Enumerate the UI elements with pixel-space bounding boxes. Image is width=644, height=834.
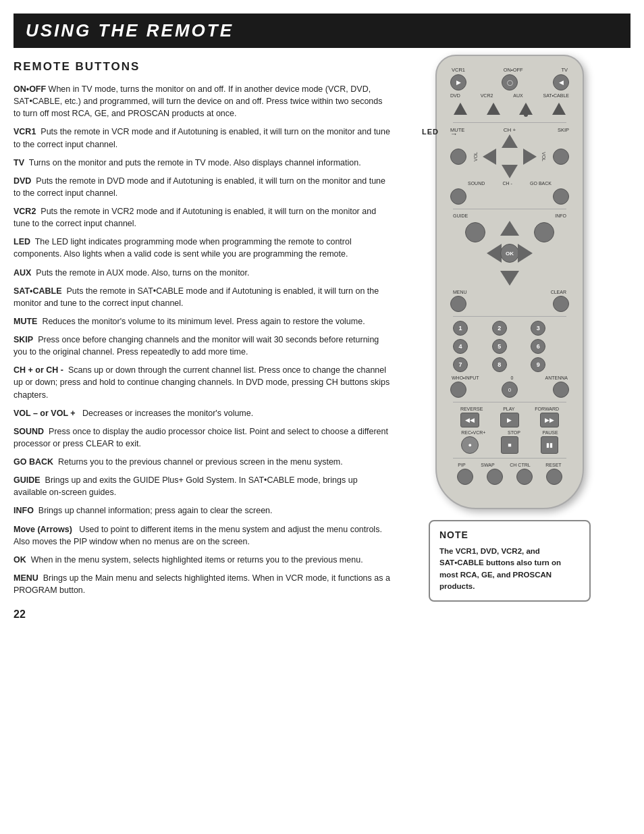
desc-go-back: GO BACK Returns you to the previous chan… (14, 456, 392, 468)
nav-right-button[interactable] (518, 244, 533, 263)
rec-vcr-label: REC•VCR+ (461, 430, 485, 435)
note-box: NOTE The VCR1, DVD, VCR2, and SAT•CABLE … (429, 520, 591, 602)
reset-button[interactable] (546, 469, 562, 485)
desc-vcr1: VCR1 Puts the remote in VCR mode and if … (14, 126, 392, 150)
desc-sound: SOUND Press once to display the audio pr… (14, 425, 392, 450)
guide-button[interactable] (465, 222, 485, 242)
go-back-button[interactable] (553, 188, 569, 205)
play-button[interactable]: ▶ (500, 413, 519, 427)
stop-label: STOP (508, 430, 520, 435)
btn-9[interactable]: 9 (531, 357, 566, 372)
tv-button[interactable]: ◀ (553, 74, 569, 90)
forward-label: FORWARD (535, 407, 559, 411)
ok-button[interactable]: OK (500, 244, 519, 263)
onoff-label: ON•OFF (504, 67, 523, 73)
led-label: LED (422, 128, 439, 136)
desc-sat-cable: SAT•CABLE Puts the remote in SAT•CABLE m… (14, 285, 392, 309)
ch-ctrl-label: CH CTRL (510, 463, 530, 467)
btn-2[interactable]: 2 (492, 321, 528, 336)
btn-4[interactable]: 4 (453, 339, 489, 354)
antenna-button[interactable] (553, 382, 569, 398)
clear-button[interactable] (553, 296, 569, 312)
page-title: USING THE REMOTE (26, 20, 618, 41)
desc-on-off: ON•OFF When in TV mode, turns the monito… (14, 83, 392, 120)
swap-label: SWAP (481, 463, 494, 467)
sound-button[interactable] (450, 188, 466, 205)
mute-button[interactable] (450, 149, 466, 165)
nav-left-button[interactable] (487, 244, 502, 263)
vol-right-label: VOL (541, 151, 546, 161)
ch-down-button[interactable] (502, 165, 518, 178)
zero-spacer: 0 (511, 375, 514, 380)
desc-dvd: DVD Puts the remote in DVD mode and if A… (14, 175, 392, 199)
desc-skip: SKIP Press once before changing channels… (14, 334, 392, 358)
nav-up-button[interactable] (500, 221, 519, 236)
who-input-label: WHO•INPUT (452, 375, 479, 380)
btn-8[interactable]: 8 (492, 357, 528, 372)
who-input-button[interactable] (450, 382, 466, 398)
vcr2-label: VCR2 (481, 93, 493, 98)
guide-top-label: GUIDE (453, 213, 468, 218)
desc-mute: MUTE Reduces the monitor's volume to its… (14, 315, 392, 328)
sat-cable-label: SAT•CABLE (543, 93, 570, 98)
section-title: REMOTE BUTTONS (14, 60, 392, 74)
sound-label: SOUND (468, 181, 485, 186)
nav-down-button[interactable] (500, 271, 519, 286)
desc-ok: OK When in the menu system, selects high… (14, 554, 392, 566)
remote-body: VCR1 ON•OFF TV ▶ ◯ ◀ (435, 55, 584, 509)
skip-button[interactable] (553, 149, 569, 165)
number-pad: 1 2 3 4 5 6 (453, 321, 566, 372)
desc-info: INFO Brings up channel information; pres… (14, 504, 392, 517)
right-column: LED → VCR1 ON•OFF TV ▶ ◯ (405, 55, 614, 621)
reset-label: RESET (545, 463, 561, 467)
desc-tv: TV Turns on the monitor and puts the rem… (14, 157, 392, 169)
ch-ctrl-button[interactable] (516, 469, 533, 485)
pip-button[interactable] (457, 469, 473, 485)
ch-plus-label: CH + (504, 127, 516, 133)
page-number: 22 (14, 608, 392, 621)
menu-button[interactable] (450, 296, 466, 312)
tv-label: TV (561, 67, 568, 73)
on-off-button[interactable]: ◯ (502, 74, 518, 90)
info-button[interactable] (534, 222, 554, 242)
zero-button[interactable]: 0 (502, 382, 518, 398)
reverse-label: REVERSE (460, 407, 483, 411)
vcr2-button[interactable] (483, 99, 504, 118)
btn-7[interactable]: 7 (453, 357, 489, 372)
desc-vcr2: VCR2 Puts the remote in VCR2 mode and if… (14, 205, 392, 230)
aux-button[interactable] (516, 99, 536, 118)
menu-top-label: MENU (453, 290, 467, 294)
note-text: The VCR1, DVD, VCR2, and SAT•CABLE butto… (439, 546, 580, 592)
forward-button[interactable]: ▶▶ (540, 413, 559, 427)
rec-vcr-button[interactable]: ● (461, 436, 479, 454)
vol-down-button[interactable] (483, 149, 496, 165)
pause-button[interactable]: ▮▮ (541, 436, 558, 454)
antenna-label: ANTENNA (545, 375, 568, 380)
desc-vol: VOL – or VOL + Decreases or increases th… (14, 407, 392, 419)
go-back-label: GO BACK (530, 181, 552, 186)
btn-3[interactable]: 3 (531, 321, 566, 336)
stop-button[interactable]: ■ (501, 436, 518, 454)
play-label: PLAY (503, 407, 514, 411)
info-top-label: INFO (555, 213, 566, 218)
note-title: NOTE (439, 529, 580, 540)
sat-cable-button[interactable] (549, 99, 569, 118)
dvd-label: DVD (450, 93, 460, 98)
vcr1-button[interactable]: ▶ (450, 74, 466, 90)
desc-ch: CH + or CH - Scans up or down through th… (14, 364, 392, 400)
vol-up-button[interactable] (523, 149, 537, 165)
dvd-button[interactable] (450, 99, 471, 118)
reverse-button[interactable]: ◀◀ (460, 413, 479, 427)
btn-6[interactable]: 6 (531, 339, 566, 354)
desc-menu: MENU Brings up the Main menu and selects… (14, 572, 392, 596)
btn-5[interactable]: 5 (492, 339, 528, 354)
pause-label: PAUSE (542, 430, 558, 435)
desc-move: Move (Arrows) Used to point to different… (14, 523, 392, 548)
pip-label: PIP (458, 463, 465, 467)
btn-1[interactable]: 1 (453, 321, 489, 336)
vcr1-label: VCR1 (452, 67, 465, 73)
desc-led: LED The LED light indicates programming … (14, 236, 392, 260)
ch-up-button[interactable] (502, 134, 518, 148)
desc-aux: AUX Puts the remote in AUX mode. Also, t… (14, 267, 392, 279)
swap-button[interactable] (487, 469, 503, 485)
